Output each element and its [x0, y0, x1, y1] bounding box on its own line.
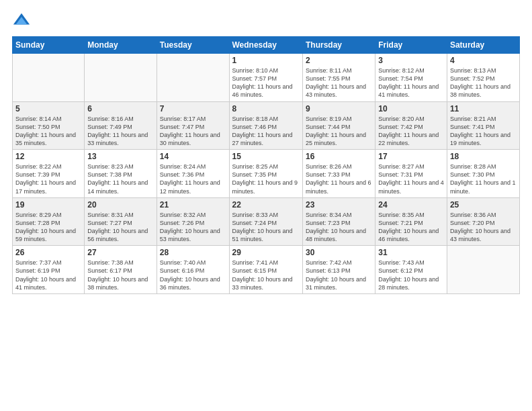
- header-sunday: Sunday: [13, 37, 85, 54]
- header-thursday: Thursday: [302, 37, 375, 54]
- day-info: Sunrise: 8:16 AMSunset: 7:49 PMDaylight:…: [87, 115, 153, 148]
- day-info: Sunrise: 8:27 AMSunset: 7:31 PMDaylight:…: [378, 163, 444, 195]
- day-info: Sunrise: 8:33 AMSunset: 7:24 PMDaylight:…: [232, 211, 300, 244]
- day-info: Sunrise: 8:21 AMSunset: 7:41 PMDaylight:…: [450, 115, 517, 148]
- day-number: 26: [15, 248, 81, 257]
- day-info: Sunrise: 8:19 AMSunset: 7:44 PMDaylight:…: [306, 115, 372, 148]
- calendar-cell: 15Sunrise: 8:25 AMSunset: 7:35 PMDayligh…: [229, 150, 302, 198]
- day-info: Sunrise: 7:43 AMSunset: 6:12 PMDaylight:…: [378, 259, 444, 291]
- day-number: 28: [160, 248, 226, 257]
- calendar-cell: 27Sunrise: 7:38 AMSunset: 6:17 PMDayligh…: [85, 246, 157, 294]
- day-number: 16: [306, 152, 372, 161]
- calendar-cell: 14Sunrise: 8:24 AMSunset: 7:36 PMDayligh…: [157, 150, 229, 198]
- day-info: Sunrise: 8:29 AMSunset: 7:28 PMDaylight:…: [15, 211, 81, 244]
- day-number: 31: [378, 248, 444, 257]
- calendar-cell: 9Sunrise: 8:19 AMSunset: 7:44 PMDaylight…: [302, 101, 375, 150]
- day-info: Sunrise: 8:23 AMSunset: 7:38 PMDaylight:…: [87, 163, 153, 195]
- calendar-header-row: SundayMondayTuesdayWednesdayThursdayFrid…: [13, 37, 520, 54]
- calendar-cell: 18Sunrise: 8:28 AMSunset: 7:30 PMDayligh…: [447, 150, 519, 198]
- header-tuesday: Tuesday: [157, 37, 229, 54]
- week-row-4: 26Sunrise: 7:37 AMSunset: 6:19 PMDayligh…: [13, 246, 520, 294]
- week-row-0: 1Sunrise: 8:10 AMSunset: 7:57 PMDaylight…: [13, 54, 520, 102]
- day-info: Sunrise: 8:11 AMSunset: 7:55 PMDaylight:…: [306, 66, 372, 99]
- day-number: 14: [160, 152, 226, 161]
- day-info: Sunrise: 8:31 AMSunset: 7:27 PMDaylight:…: [87, 211, 153, 244]
- day-number: 3: [378, 56, 444, 65]
- calendar-cell: 30Sunrise: 7:42 AMSunset: 6:13 PMDayligh…: [302, 246, 375, 294]
- header-wednesday: Wednesday: [229, 37, 302, 54]
- day-number: 21: [160, 200, 226, 210]
- header-friday: Friday: [375, 37, 447, 54]
- day-info: Sunrise: 8:35 AMSunset: 7:21 PMDaylight:…: [378, 211, 444, 244]
- logo-icon: [12, 11, 31, 30]
- calendar-cell: 7Sunrise: 8:17 AMSunset: 7:47 PMDaylight…: [157, 101, 229, 150]
- calendar-cell: 16Sunrise: 8:26 AMSunset: 7:33 PMDayligh…: [302, 150, 375, 198]
- calendar-cell: 31Sunrise: 7:43 AMSunset: 6:12 PMDayligh…: [375, 246, 447, 294]
- calendar-cell: 11Sunrise: 8:21 AMSunset: 7:41 PMDayligh…: [447, 101, 519, 150]
- calendar-cell: [13, 54, 85, 102]
- day-number: 5: [15, 104, 81, 113]
- calendar-cell: [85, 54, 157, 102]
- calendar-cell: 3Sunrise: 8:12 AMSunset: 7:54 PMDaylight…: [375, 54, 447, 102]
- day-number: 23: [306, 200, 372, 210]
- calendar-cell: 25Sunrise: 8:36 AMSunset: 7:20 PMDayligh…: [447, 197, 519, 246]
- day-info: Sunrise: 8:36 AMSunset: 7:20 PMDaylight:…: [450, 211, 517, 244]
- day-number: 7: [160, 104, 226, 113]
- day-info: Sunrise: 8:26 AMSunset: 7:33 PMDaylight:…: [306, 163, 372, 195]
- day-info: Sunrise: 7:40 AMSunset: 6:16 PMDaylight:…: [160, 259, 226, 291]
- calendar-cell: 29Sunrise: 7:41 AMSunset: 6:15 PMDayligh…: [229, 246, 302, 294]
- day-info: Sunrise: 8:24 AMSunset: 7:36 PMDaylight:…: [160, 163, 226, 195]
- calendar-cell: 13Sunrise: 8:23 AMSunset: 7:38 PMDayligh…: [85, 150, 157, 198]
- day-info: Sunrise: 8:17 AMSunset: 7:47 PMDaylight:…: [160, 115, 226, 148]
- day-number: 13: [87, 152, 153, 161]
- day-number: 19: [15, 200, 81, 210]
- day-info: Sunrise: 8:22 AMSunset: 7:39 PMDaylight:…: [15, 163, 81, 195]
- calendar-cell: 28Sunrise: 7:40 AMSunset: 6:16 PMDayligh…: [157, 246, 229, 294]
- day-number: 2: [306, 56, 372, 65]
- day-number: 17: [378, 152, 444, 161]
- calendar-cell: 4Sunrise: 8:13 AMSunset: 7:52 PMDaylight…: [447, 54, 519, 102]
- day-info: Sunrise: 8:14 AMSunset: 7:50 PMDaylight:…: [15, 115, 81, 148]
- day-number: 12: [15, 152, 81, 161]
- day-info: Sunrise: 8:32 AMSunset: 7:26 PMDaylight:…: [160, 211, 226, 244]
- day-number: 8: [232, 104, 300, 113]
- calendar-cell: 19Sunrise: 8:29 AMSunset: 7:28 PMDayligh…: [13, 197, 85, 246]
- calendar-cell: 1Sunrise: 8:10 AMSunset: 7:57 PMDaylight…: [229, 54, 302, 102]
- day-number: 6: [87, 104, 153, 113]
- day-number: 18: [450, 152, 517, 161]
- day-info: Sunrise: 8:34 AMSunset: 7:23 PMDaylight:…: [306, 211, 372, 244]
- day-info: Sunrise: 8:18 AMSunset: 7:46 PMDaylight:…: [232, 115, 300, 148]
- calendar-cell: 21Sunrise: 8:32 AMSunset: 7:26 PMDayligh…: [157, 197, 229, 246]
- calendar-cell: 20Sunrise: 8:31 AMSunset: 7:27 PMDayligh…: [85, 197, 157, 246]
- day-info: Sunrise: 8:20 AMSunset: 7:42 PMDaylight:…: [378, 115, 444, 148]
- calendar-cell: [447, 246, 519, 294]
- calendar-cell: 5Sunrise: 8:14 AMSunset: 7:50 PMDaylight…: [13, 101, 85, 150]
- day-info: Sunrise: 8:13 AMSunset: 7:52 PMDaylight:…: [450, 66, 517, 99]
- day-info: Sunrise: 8:10 AMSunset: 7:57 PMDaylight:…: [232, 66, 300, 99]
- calendar-cell: 22Sunrise: 8:33 AMSunset: 7:24 PMDayligh…: [229, 197, 302, 246]
- week-row-1: 5Sunrise: 8:14 AMSunset: 7:50 PMDaylight…: [13, 101, 520, 150]
- calendar-cell: 8Sunrise: 8:18 AMSunset: 7:46 PMDaylight…: [229, 101, 302, 150]
- day-number: 27: [87, 248, 153, 257]
- day-number: 25: [450, 200, 517, 210]
- calendar: SundayMondayTuesdayWednesdayThursdayFrid…: [12, 36, 520, 294]
- day-number: 11: [450, 104, 517, 113]
- day-number: 29: [232, 248, 300, 257]
- calendar-cell: 10Sunrise: 8:20 AMSunset: 7:42 PMDayligh…: [375, 101, 447, 150]
- week-row-3: 19Sunrise: 8:29 AMSunset: 7:28 PMDayligh…: [13, 197, 520, 246]
- calendar-cell: 2Sunrise: 8:11 AMSunset: 7:55 PMDaylight…: [302, 54, 375, 102]
- calendar-cell: 24Sunrise: 8:35 AMSunset: 7:21 PMDayligh…: [375, 197, 447, 246]
- day-number: 1: [232, 56, 300, 65]
- calendar-cell: [157, 54, 229, 102]
- day-number: 9: [306, 104, 372, 113]
- day-info: Sunrise: 7:42 AMSunset: 6:13 PMDaylight:…: [306, 259, 372, 291]
- day-number: 15: [232, 152, 300, 161]
- header: [12, 11, 520, 30]
- page: SundayMondayTuesdayWednesdayThursdayFrid…: [0, 0, 532, 411]
- day-info: Sunrise: 7:41 AMSunset: 6:15 PMDaylight:…: [232, 259, 300, 291]
- logo: [12, 11, 34, 30]
- calendar-cell: 23Sunrise: 8:34 AMSunset: 7:23 PMDayligh…: [302, 197, 375, 246]
- day-info: Sunrise: 7:38 AMSunset: 6:17 PMDaylight:…: [87, 259, 153, 291]
- day-number: 24: [378, 200, 444, 210]
- day-info: Sunrise: 8:25 AMSunset: 7:35 PMDaylight:…: [232, 163, 300, 195]
